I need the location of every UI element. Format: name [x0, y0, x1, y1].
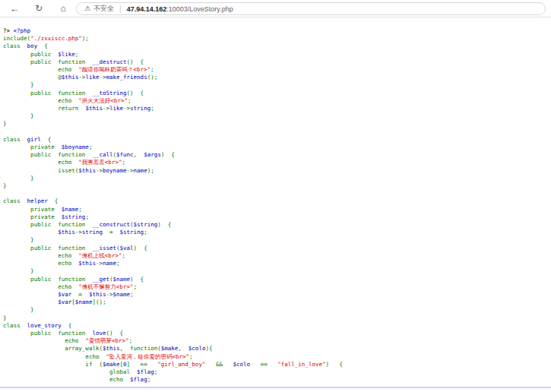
- code-line: }: [3, 175, 551, 182]
- code-line: private $boyname;: [3, 144, 551, 151]
- separator: |: [119, 5, 122, 13]
- code-line: }: [3, 120, 551, 128]
- code-line: ?> <?php: [3, 27, 551, 35]
- code-line: }: [3, 267, 551, 275]
- code-line: private $name;: [3, 206, 551, 213]
- code-line: echo $this->name;: [3, 260, 551, 267]
- bottom-edge-line: [0, 387, 551, 388]
- warning-icon: ⚠: [84, 2, 90, 15]
- home-icon[interactable]: ⌂: [55, 0, 71, 17]
- url-host: 47.94.14.162: [127, 5, 167, 13]
- code-line: public function __get($name) {: [3, 276, 551, 283]
- code-line: private $string;: [3, 213, 551, 221]
- code-line: }: [3, 182, 551, 190]
- code-line: public function __toString() {: [3, 90, 551, 97]
- code-line: public function love() {: [3, 330, 551, 337]
- code-line: public function __isset($val) {: [3, 245, 551, 252]
- php-source-code: ?> <?phpinclude("./zxxiscc.php");class b…: [0, 17, 551, 384]
- code-line: return $this->like->string;: [3, 105, 551, 112]
- code-line: echo "爱情萌芽<br>";: [3, 337, 551, 345]
- code-line: echo "我害羞羞<br>";: [3, 159, 551, 166]
- code-line: public function __destruct() {: [3, 58, 551, 66]
- code-line: include("./zxxiscc.php");: [3, 35, 551, 43]
- code-line: }: [3, 306, 551, 314]
- code-line: $var[$name]();: [3, 299, 551, 306]
- code-line: }: [3, 112, 551, 120]
- browser-toolbar: ← ↻ ⌂ ⚠ 不安全 | 47.94.14.162:10003/LoveSto…: [0, 0, 551, 17]
- code-line: public $like;: [3, 51, 551, 58]
- code-line: public function __call($func, $args) {: [3, 151, 551, 159]
- code-line: echo "僚机不懈努力<br>";: [3, 283, 551, 291]
- code-line: [3, 190, 551, 198]
- code-line: isset($this->boyname->name);: [3, 167, 551, 175]
- code-line: class boy {: [3, 43, 551, 50]
- page-content: ?> <?phpinclude("./zxxiscc.php");class b…: [0, 17, 551, 387]
- code-line: echo "僚机上线<br>";: [3, 252, 551, 260]
- url-path: :10003/LoveStory.php: [166, 5, 233, 13]
- code-line: global $flag;: [3, 368, 551, 376]
- code-line: echo "能请你喝杯奶茶吗？<br>";: [3, 66, 551, 74]
- code-line: }: [3, 315, 551, 322]
- code-line: class helper {: [3, 198, 551, 205]
- code-line: echo $flag;: [3, 376, 551, 384]
- code-line: class love_story {: [3, 322, 551, 330]
- code-line: [3, 128, 551, 136]
- code-line: echo "拱火大法好<br>";: [3, 97, 551, 105]
- security-label[interactable]: 不安全: [93, 4, 114, 14]
- refresh-icon[interactable]: ↻: [30, 0, 47, 17]
- code-line: $this->string = $string;: [3, 229, 551, 236]
- code-line: class girl {: [3, 136, 551, 144]
- code-line: }: [3, 81, 551, 89]
- code-line: if ($make[0] == "girl_and_boy" && $colo …: [3, 361, 551, 368]
- code-line: echo "坠入爱河，给你爱的密码<br>";: [3, 353, 551, 361]
- code-line: $var = $this->$name;: [3, 291, 551, 299]
- code-line: @$this->like->make_friends();: [3, 74, 551, 81]
- browser-window: ← ↻ ⌂ ⚠ 不安全 | 47.94.14.162:10003/LoveSto…: [0, 0, 551, 392]
- code-line: public function __construct($string) {: [3, 221, 551, 229]
- back-icon[interactable]: ←: [6, 0, 23, 17]
- code-line: array_walk($this, function($make, $colo)…: [3, 345, 551, 352]
- code-line: }: [3, 236, 551, 244]
- address-bar[interactable]: ⚠ 不安全 | 47.94.14.162:10003/LoveStory.php: [76, 2, 546, 15]
